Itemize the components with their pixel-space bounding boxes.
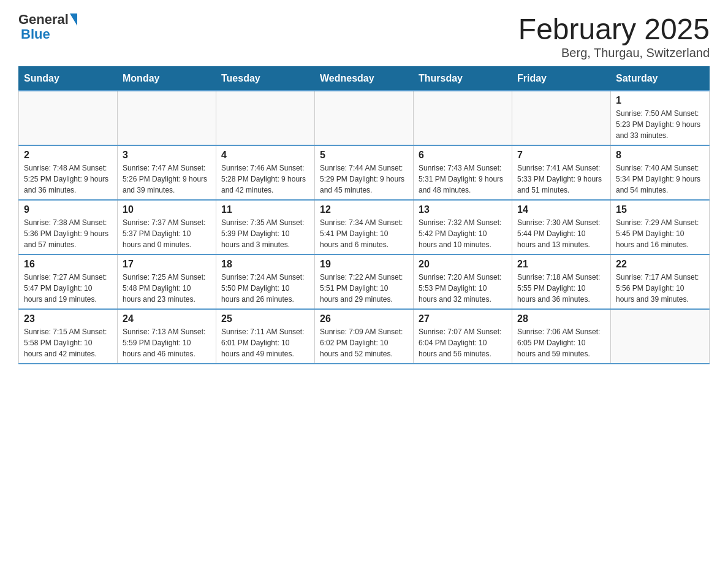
calendar-day-cell: 11Sunrise: 7:35 AM Sunset: 5:39 PM Dayli… bbox=[216, 200, 315, 255]
day-info: Sunrise: 7:43 AM Sunset: 5:31 PM Dayligh… bbox=[419, 163, 507, 196]
logo: General Blue bbox=[18, 12, 77, 42]
day-number: 6 bbox=[419, 150, 507, 161]
calendar-day-cell bbox=[512, 91, 611, 145]
month-title: February 2025 bbox=[518, 12, 710, 46]
calendar-day-cell: 2Sunrise: 7:48 AM Sunset: 5:25 PM Daylig… bbox=[19, 145, 118, 200]
day-number: 28 bbox=[517, 313, 605, 324]
calendar-day-cell bbox=[414, 91, 512, 145]
calendar-day-cell: 16Sunrise: 7:27 AM Sunset: 5:47 PM Dayli… bbox=[19, 255, 118, 309]
calendar-day-cell: 25Sunrise: 7:11 AM Sunset: 6:01 PM Dayli… bbox=[216, 309, 315, 364]
calendar-day-cell bbox=[118, 91, 216, 145]
calendar-day-cell: 3Sunrise: 7:47 AM Sunset: 5:26 PM Daylig… bbox=[118, 145, 216, 200]
calendar-week-row: 16Sunrise: 7:27 AM Sunset: 5:47 PM Dayli… bbox=[19, 255, 710, 309]
calendar-day-cell: 13Sunrise: 7:32 AM Sunset: 5:42 PM Dayli… bbox=[414, 200, 512, 255]
day-info: Sunrise: 7:15 AM Sunset: 5:58 PM Dayligh… bbox=[24, 326, 112, 359]
day-info: Sunrise: 7:20 AM Sunset: 5:53 PM Dayligh… bbox=[419, 272, 507, 305]
col-wednesday: Wednesday bbox=[315, 67, 414, 91]
calendar-day-cell: 8Sunrise: 7:40 AM Sunset: 5:34 PM Daylig… bbox=[611, 145, 710, 200]
day-info: Sunrise: 7:27 AM Sunset: 5:47 PM Dayligh… bbox=[24, 272, 112, 305]
day-number: 22 bbox=[616, 259, 704, 270]
day-number: 15 bbox=[616, 204, 704, 215]
day-info: Sunrise: 7:41 AM Sunset: 5:33 PM Dayligh… bbox=[517, 163, 605, 196]
day-number: 4 bbox=[221, 150, 309, 161]
calendar-day-cell: 9Sunrise: 7:38 AM Sunset: 5:36 PM Daylig… bbox=[19, 200, 118, 255]
day-info: Sunrise: 7:24 AM Sunset: 5:50 PM Dayligh… bbox=[221, 272, 309, 305]
calendar-day-cell: 27Sunrise: 7:07 AM Sunset: 6:04 PM Dayli… bbox=[414, 309, 512, 364]
day-number: 21 bbox=[517, 259, 605, 270]
col-tuesday: Tuesday bbox=[216, 67, 315, 91]
day-number: 25 bbox=[221, 313, 309, 324]
calendar-table: Sunday Monday Tuesday Wednesday Thursday… bbox=[18, 66, 710, 364]
calendar-day-cell bbox=[315, 91, 414, 145]
day-number: 19 bbox=[320, 259, 408, 270]
day-info: Sunrise: 7:25 AM Sunset: 5:48 PM Dayligh… bbox=[123, 272, 211, 305]
calendar-day-cell: 18Sunrise: 7:24 AM Sunset: 5:50 PM Dayli… bbox=[216, 255, 315, 309]
calendar-day-cell: 7Sunrise: 7:41 AM Sunset: 5:33 PM Daylig… bbox=[512, 145, 611, 200]
day-info: Sunrise: 7:40 AM Sunset: 5:34 PM Dayligh… bbox=[616, 163, 704, 196]
calendar-day-cell: 4Sunrise: 7:46 AM Sunset: 5:28 PM Daylig… bbox=[216, 145, 315, 200]
day-info: Sunrise: 7:50 AM Sunset: 5:23 PM Dayligh… bbox=[616, 108, 704, 141]
day-info: Sunrise: 7:18 AM Sunset: 5:55 PM Dayligh… bbox=[517, 272, 605, 305]
calendar-day-cell: 21Sunrise: 7:18 AM Sunset: 5:55 PM Dayli… bbox=[512, 255, 611, 309]
day-number: 8 bbox=[616, 150, 704, 161]
calendar-day-cell: 10Sunrise: 7:37 AM Sunset: 5:37 PM Dayli… bbox=[118, 200, 216, 255]
calendar-day-cell: 26Sunrise: 7:09 AM Sunset: 6:02 PM Dayli… bbox=[315, 309, 414, 364]
calendar-day-cell: 12Sunrise: 7:34 AM Sunset: 5:41 PM Dayli… bbox=[315, 200, 414, 255]
calendar-week-row: 23Sunrise: 7:15 AM Sunset: 5:58 PM Dayli… bbox=[19, 309, 710, 364]
day-number: 5 bbox=[320, 150, 408, 161]
day-number: 26 bbox=[320, 313, 408, 324]
calendar-day-cell: 1Sunrise: 7:50 AM Sunset: 5:23 PM Daylig… bbox=[611, 91, 710, 145]
day-number: 2 bbox=[24, 150, 112, 161]
logo-blue-text: Blue bbox=[21, 27, 77, 42]
calendar-day-cell: 24Sunrise: 7:13 AM Sunset: 5:59 PM Dayli… bbox=[118, 309, 216, 364]
day-info: Sunrise: 7:35 AM Sunset: 5:39 PM Dayligh… bbox=[221, 217, 309, 250]
day-info: Sunrise: 7:48 AM Sunset: 5:25 PM Dayligh… bbox=[24, 163, 112, 196]
col-sunday: Sunday bbox=[19, 67, 118, 91]
calendar-day-cell: 28Sunrise: 7:06 AM Sunset: 6:05 PM Dayli… bbox=[512, 309, 611, 364]
day-info: Sunrise: 7:38 AM Sunset: 5:36 PM Dayligh… bbox=[24, 217, 112, 250]
day-number: 10 bbox=[123, 204, 211, 215]
logo-general-text: General bbox=[18, 12, 69, 27]
day-info: Sunrise: 7:32 AM Sunset: 5:42 PM Dayligh… bbox=[419, 217, 507, 250]
col-monday: Monday bbox=[118, 67, 216, 91]
day-info: Sunrise: 7:09 AM Sunset: 6:02 PM Dayligh… bbox=[320, 326, 408, 359]
day-number: 17 bbox=[123, 259, 211, 270]
day-info: Sunrise: 7:47 AM Sunset: 5:26 PM Dayligh… bbox=[123, 163, 211, 196]
day-number: 20 bbox=[419, 259, 507, 270]
day-number: 7 bbox=[517, 150, 605, 161]
day-info: Sunrise: 7:06 AM Sunset: 6:05 PM Dayligh… bbox=[517, 326, 605, 359]
day-number: 9 bbox=[24, 204, 112, 215]
day-info: Sunrise: 7:17 AM Sunset: 5:56 PM Dayligh… bbox=[616, 272, 704, 305]
day-number: 27 bbox=[419, 313, 507, 324]
day-info: Sunrise: 7:07 AM Sunset: 6:04 PM Dayligh… bbox=[419, 326, 507, 359]
calendar-day-cell: 19Sunrise: 7:22 AM Sunset: 5:51 PM Dayli… bbox=[315, 255, 414, 309]
calendar-week-row: 2Sunrise: 7:48 AM Sunset: 5:25 PM Daylig… bbox=[19, 145, 710, 200]
calendar-day-cell: 22Sunrise: 7:17 AM Sunset: 5:56 PM Dayli… bbox=[611, 255, 710, 309]
col-thursday: Thursday bbox=[414, 67, 512, 91]
calendar-week-row: 9Sunrise: 7:38 AM Sunset: 5:36 PM Daylig… bbox=[19, 200, 710, 255]
calendar-day-cell: 5Sunrise: 7:44 AM Sunset: 5:29 PM Daylig… bbox=[315, 145, 414, 200]
day-info: Sunrise: 7:13 AM Sunset: 5:59 PM Dayligh… bbox=[123, 326, 211, 359]
calendar-day-cell: 23Sunrise: 7:15 AM Sunset: 5:58 PM Dayli… bbox=[19, 309, 118, 364]
col-friday: Friday bbox=[512, 67, 611, 91]
calendar-day-cell bbox=[19, 91, 118, 145]
day-number: 14 bbox=[517, 204, 605, 215]
calendar-day-cell: 17Sunrise: 7:25 AM Sunset: 5:48 PM Dayli… bbox=[118, 255, 216, 309]
day-info: Sunrise: 7:29 AM Sunset: 5:45 PM Dayligh… bbox=[616, 217, 704, 250]
location-subtitle: Berg, Thurgau, Switzerland bbox=[518, 46, 710, 60]
day-info: Sunrise: 7:11 AM Sunset: 6:01 PM Dayligh… bbox=[221, 326, 309, 359]
day-number: 23 bbox=[24, 313, 112, 324]
day-info: Sunrise: 7:30 AM Sunset: 5:44 PM Dayligh… bbox=[517, 217, 605, 250]
day-number: 24 bbox=[123, 313, 211, 324]
day-number: 18 bbox=[221, 259, 309, 270]
calendar-day-cell bbox=[611, 309, 710, 364]
calendar-day-cell: 6Sunrise: 7:43 AM Sunset: 5:31 PM Daylig… bbox=[414, 145, 512, 200]
logo-triangle-icon bbox=[70, 13, 77, 26]
day-number: 16 bbox=[24, 259, 112, 270]
calendar-day-cell bbox=[216, 91, 315, 145]
day-info: Sunrise: 7:44 AM Sunset: 5:29 PM Dayligh… bbox=[320, 163, 408, 196]
day-info: Sunrise: 7:34 AM Sunset: 5:41 PM Dayligh… bbox=[320, 217, 408, 250]
day-info: Sunrise: 7:46 AM Sunset: 5:28 PM Dayligh… bbox=[221, 163, 309, 196]
day-number: 12 bbox=[320, 204, 408, 215]
calendar-day-cell: 20Sunrise: 7:20 AM Sunset: 5:53 PM Dayli… bbox=[414, 255, 512, 309]
